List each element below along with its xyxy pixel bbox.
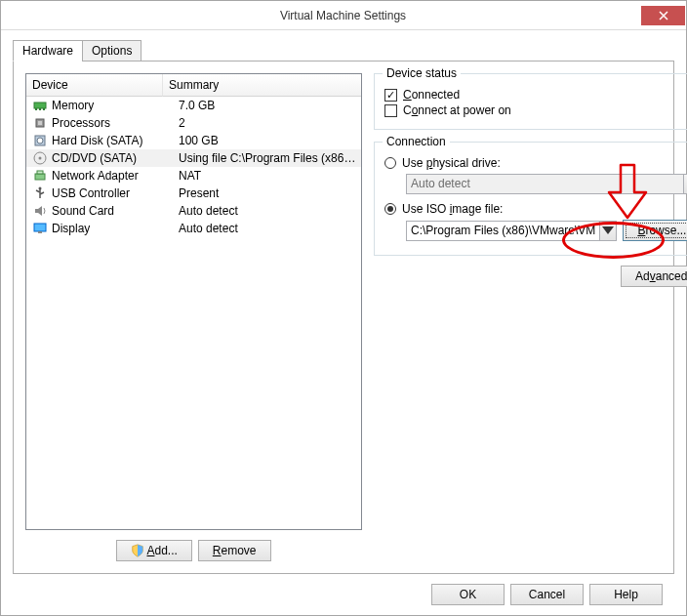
device-summary: Auto detect bbox=[179, 222, 357, 235]
close-icon bbox=[659, 11, 668, 21]
device-row-display[interactable]: DisplayAuto detect bbox=[26, 220, 361, 237]
use-physical-radio[interactable]: Use physical drive: bbox=[384, 156, 687, 170]
physical-drive-combo: Auto detect bbox=[406, 174, 687, 194]
svg-rect-3 bbox=[43, 108, 45, 110]
device-name: Processors bbox=[52, 116, 179, 130]
chevron-down-icon[interactable] bbox=[600, 221, 617, 241]
device-summary: 100 GB bbox=[179, 134, 357, 147]
device-status-group: Device status ✓ Connected Connect at pow… bbox=[374, 73, 687, 130]
dialog-footer: OK Cancel Help bbox=[13, 574, 674, 615]
ok-button[interactable]: OK bbox=[431, 584, 505, 605]
device-row-net[interactable]: Network AdapterNAT bbox=[26, 167, 361, 185]
connection-title: Connection bbox=[383, 135, 450, 148]
cd-icon bbox=[32, 150, 48, 166]
col-header-device[interactable]: Device bbox=[26, 74, 163, 97]
svg-point-9 bbox=[39, 157, 42, 160]
iso-path-input[interactable]: C:\Program Files (x86)\VMware\VM bbox=[406, 221, 600, 241]
device-row-hdd[interactable]: Hard Disk (SATA)100 GB bbox=[26, 132, 361, 149]
svg-rect-13 bbox=[34, 224, 46, 231]
physical-drive-value: Auto detect bbox=[406, 174, 684, 194]
titlebar: Virtual Machine Settings bbox=[1, 1, 686, 30]
device-name: CD/DVD (SATA) bbox=[52, 151, 179, 165]
tabstrip: Hardware Options bbox=[13, 40, 674, 62]
device-table: Device Summary Memory7.0 GBProcessors2Ha… bbox=[25, 73, 362, 530]
hdd-icon bbox=[32, 133, 48, 148]
use-iso-radio[interactable]: Use ISO image file: bbox=[384, 202, 687, 216]
connected-checkbox[interactable]: ✓ Connected bbox=[384, 88, 687, 102]
browse-button[interactable]: Browse... bbox=[623, 220, 687, 241]
svg-rect-10 bbox=[35, 174, 45, 180]
cpu-icon bbox=[32, 115, 48, 131]
svg-rect-14 bbox=[38, 231, 42, 233]
device-summary: NAT bbox=[179, 169, 357, 183]
radio-icon bbox=[384, 157, 396, 169]
device-name: Memory bbox=[52, 99, 179, 112]
device-row-cpu[interactable]: Processors2 bbox=[26, 114, 361, 132]
col-header-summary[interactable]: Summary bbox=[163, 74, 361, 97]
tab-panel: Device Summary Memory7.0 GBProcessors2Ha… bbox=[13, 61, 674, 574]
display-icon bbox=[32, 221, 48, 236]
device-row-cd[interactable]: CD/DVD (SATA)Using file C:\Program Files… bbox=[26, 149, 361, 167]
device-summary: Using file C:\Program Files (x86)\VM... bbox=[179, 151, 357, 165]
close-button[interactable] bbox=[641, 6, 685, 25]
device-name: Hard Disk (SATA) bbox=[52, 134, 179, 147]
svg-point-7 bbox=[37, 138, 43, 144]
shield-icon bbox=[131, 544, 144, 557]
svg-rect-0 bbox=[34, 103, 46, 108]
device-name: Network Adapter bbox=[52, 169, 179, 183]
device-summary: Auto detect bbox=[179, 204, 357, 218]
tab-options[interactable]: Options bbox=[82, 40, 141, 62]
svg-rect-11 bbox=[37, 171, 43, 174]
connection-group: Connection Use physical drive: Auto dete… bbox=[374, 142, 687, 256]
device-name: USB Controller bbox=[52, 186, 179, 200]
cancel-button[interactable]: Cancel bbox=[510, 584, 584, 605]
window-title: Virtual Machine Settings bbox=[45, 9, 641, 22]
device-status-title: Device status bbox=[383, 66, 461, 80]
device-summary: 2 bbox=[179, 116, 357, 130]
device-summary: 7.0 GB bbox=[179, 99, 357, 112]
device-row-sound[interactable]: Sound CardAuto detect bbox=[26, 202, 361, 220]
device-summary: Present bbox=[179, 186, 357, 200]
sound-icon bbox=[32, 203, 48, 219]
add-button[interactable]: Add... bbox=[116, 540, 191, 561]
memory-icon bbox=[32, 98, 48, 113]
usb-icon bbox=[32, 185, 48, 201]
device-name: Display bbox=[52, 222, 179, 235]
connect-poweron-checkbox[interactable]: Connect at power on bbox=[384, 103, 687, 117]
device-row-usb[interactable]: USB ControllerPresent bbox=[26, 185, 361, 202]
net-icon bbox=[32, 168, 48, 184]
checkbox-icon: ✓ bbox=[384, 89, 397, 102]
tab-hardware[interactable]: Hardware bbox=[13, 40, 83, 62]
svg-rect-2 bbox=[39, 108, 41, 110]
remove-button[interactable]: Remove bbox=[198, 540, 271, 561]
device-name: Sound Card bbox=[52, 204, 179, 218]
radio-icon bbox=[384, 203, 396, 215]
advanced-button[interactable]: Advanced... bbox=[621, 266, 687, 287]
device-row-memory[interactable]: Memory7.0 GB bbox=[26, 97, 361, 114]
vm-settings-window: Virtual Machine Settings Hardware Option… bbox=[0, 0, 687, 616]
help-button[interactable]: Help bbox=[589, 584, 663, 605]
svg-rect-5 bbox=[38, 121, 42, 125]
checkbox-icon bbox=[384, 104, 397, 117]
svg-rect-1 bbox=[35, 108, 37, 110]
